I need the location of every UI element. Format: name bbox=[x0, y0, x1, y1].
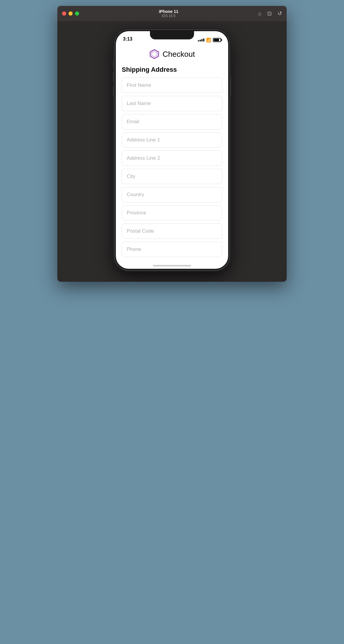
maximize-button[interactable] bbox=[75, 11, 79, 16]
first-name-input[interactable] bbox=[122, 78, 222, 93]
shipping-address-section: Shipping Address bbox=[122, 66, 222, 259]
signal-dot-2 bbox=[200, 40, 201, 41]
phone-screen: 3:13 📶 bbox=[116, 31, 228, 269]
last-name-input[interactable] bbox=[122, 96, 222, 111]
address-line-1-input[interactable] bbox=[122, 132, 222, 148]
device-os: iOS 15.5 bbox=[162, 14, 176, 18]
phone-wrapper: 3:13 📶 bbox=[57, 21, 287, 282]
traffic-lights bbox=[62, 11, 79, 16]
mac-titlebar: iPhone 11 iOS 15.5 ⌂ ⊡ ↺ bbox=[57, 6, 287, 21]
silent-button[interactable] bbox=[113, 59, 115, 68]
city-input[interactable] bbox=[122, 169, 222, 184]
shipping-address-heading: Shipping Address bbox=[122, 66, 222, 74]
minimize-button[interactable] bbox=[69, 11, 73, 16]
signal-icon bbox=[198, 39, 204, 41]
device-name: iPhone 11 bbox=[159, 9, 178, 14]
volume-up-button[interactable] bbox=[113, 71, 115, 82]
home-icon[interactable]: ⌂ bbox=[258, 11, 261, 17]
svg-marker-1 bbox=[152, 51, 157, 57]
postal-code-input[interactable] bbox=[122, 223, 222, 239]
screenshot-icon[interactable]: ⊡ bbox=[267, 10, 272, 17]
country-input[interactable] bbox=[122, 187, 222, 202]
app-content: Checkout Shipping Address bbox=[116, 44, 228, 259]
home-indicator bbox=[116, 259, 228, 269]
volume-down-button[interactable] bbox=[113, 86, 115, 97]
signal-dot-3 bbox=[201, 39, 203, 41]
app-header: Checkout bbox=[122, 44, 222, 66]
phone-device: 3:13 📶 bbox=[115, 30, 229, 270]
window-title: iPhone 11 iOS 15.5 bbox=[159, 9, 178, 18]
right-side-buttons bbox=[229, 77, 231, 97]
left-side-buttons bbox=[113, 59, 115, 97]
phone-input[interactable] bbox=[122, 242, 222, 257]
phone-notch bbox=[150, 31, 194, 39]
email-input[interactable] bbox=[122, 114, 222, 129]
app-logo-icon bbox=[149, 49, 160, 59]
status-icons: 📶 bbox=[198, 38, 221, 42]
app-title: Checkout bbox=[163, 50, 195, 59]
close-button[interactable] bbox=[62, 11, 66, 16]
battery-fill bbox=[214, 39, 219, 41]
rotate-icon[interactable]: ↺ bbox=[278, 10, 282, 17]
mac-toolbar-icons: ⌂ ⊡ ↺ bbox=[258, 10, 282, 17]
signal-dot-4 bbox=[203, 39, 204, 41]
mac-window: iPhone 11 iOS 15.5 ⌂ ⊡ ↺ bbox=[57, 6, 287, 282]
wifi-icon: 📶 bbox=[206, 38, 211, 42]
battery-icon bbox=[213, 38, 221, 42]
province-input[interactable] bbox=[122, 205, 222, 221]
status-time: 3:13 bbox=[123, 36, 132, 42]
power-button[interactable] bbox=[229, 77, 231, 97]
signal-dot-1 bbox=[198, 40, 199, 41]
address-line-2-input[interactable] bbox=[122, 151, 222, 166]
home-bar bbox=[153, 265, 191, 266]
